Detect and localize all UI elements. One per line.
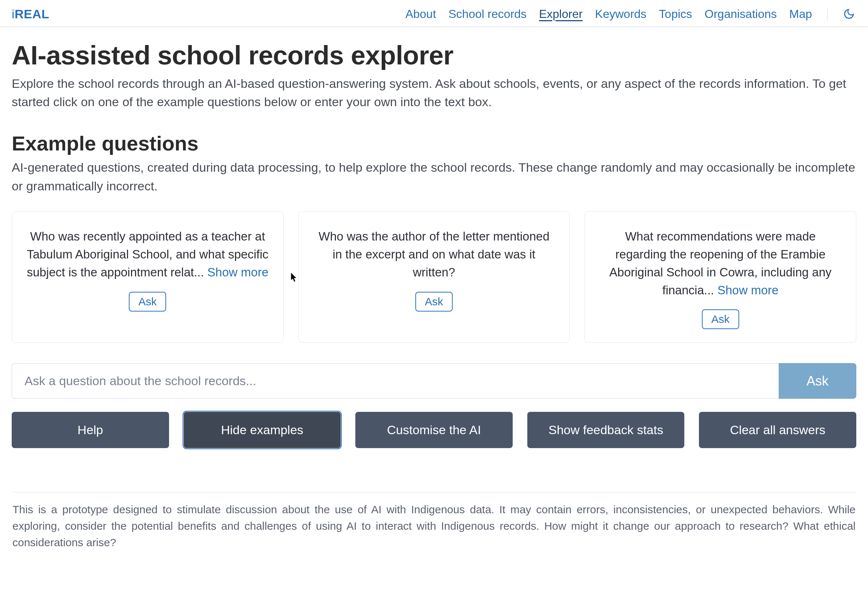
action-button-row: Help Hide examples Customise the AI Show…	[12, 412, 856, 448]
nav-about[interactable]: About	[406, 7, 436, 21]
disclaimer-text: This is a prototype designed to stimulat…	[12, 501, 856, 553]
example-question-text: Who was recently appointed as a teacher …	[27, 228, 269, 281]
example-question-text: What recommendations were made regarding…	[599, 228, 841, 299]
nav-topics[interactable]: Topics	[659, 7, 692, 21]
ask-button[interactable]: Ask	[779, 363, 856, 399]
example-ask-button[interactable]: Ask	[702, 309, 739, 329]
examples-description: AI-generated questions, created during d…	[12, 158, 856, 195]
section-divider	[12, 492, 856, 492]
hide-examples-button[interactable]: Hide examples	[184, 412, 341, 448]
main-nav: About School records Explorer Keywords T…	[406, 7, 856, 21]
top-nav: iREAL About School records Explorer Keyw…	[0, 0, 868, 27]
nav-separator	[827, 7, 828, 21]
moon-icon	[843, 8, 855, 20]
example-card-2[interactable]: Who was the author of the letter mention…	[298, 211, 570, 343]
question-input[interactable]	[12, 363, 779, 399]
clear-answers-button[interactable]: Clear all answers	[699, 412, 856, 448]
question-input-row: Ask	[12, 363, 856, 399]
nav-school-records[interactable]: School records	[449, 7, 527, 21]
nav-organisations[interactable]: Organisations	[704, 7, 776, 21]
show-more-link[interactable]: Show more	[208, 265, 269, 279]
nav-map[interactable]: Map	[789, 7, 812, 21]
brand-suffix: REAL	[15, 7, 49, 21]
nav-keywords[interactable]: Keywords	[595, 7, 647, 21]
brand-prefix: i	[12, 7, 15, 21]
example-card-1[interactable]: Who was recently appointed as a teacher …	[12, 211, 283, 343]
page-intro: Explore the school records through an AI…	[12, 74, 856, 111]
example-ask-button[interactable]: Ask	[415, 292, 453, 312]
show-more-link[interactable]: Show more	[717, 283, 778, 297]
help-button[interactable]: Help	[12, 412, 169, 448]
examples-heading: Example questions	[12, 132, 856, 155]
example-card-3[interactable]: What recommendations were made regarding…	[585, 211, 856, 343]
feedback-stats-button[interactable]: Show feedback stats	[527, 412, 685, 448]
main-content: AI-assisted school records explorer Expl…	[0, 27, 868, 553]
example-ask-button[interactable]: Ask	[129, 292, 166, 312]
customise-ai-button[interactable]: Customise the AI	[355, 412, 513, 448]
brand-logo[interactable]: iREAL	[12, 7, 49, 21]
theme-toggle-button[interactable]	[841, 7, 856, 21]
page-title: AI-assisted school records explorer	[12, 40, 856, 71]
example-question-text: Who was the author of the letter mention…	[313, 228, 555, 281]
example-cards: Who was recently appointed as a teacher …	[12, 211, 856, 343]
nav-explorer[interactable]: Explorer	[539, 7, 583, 21]
